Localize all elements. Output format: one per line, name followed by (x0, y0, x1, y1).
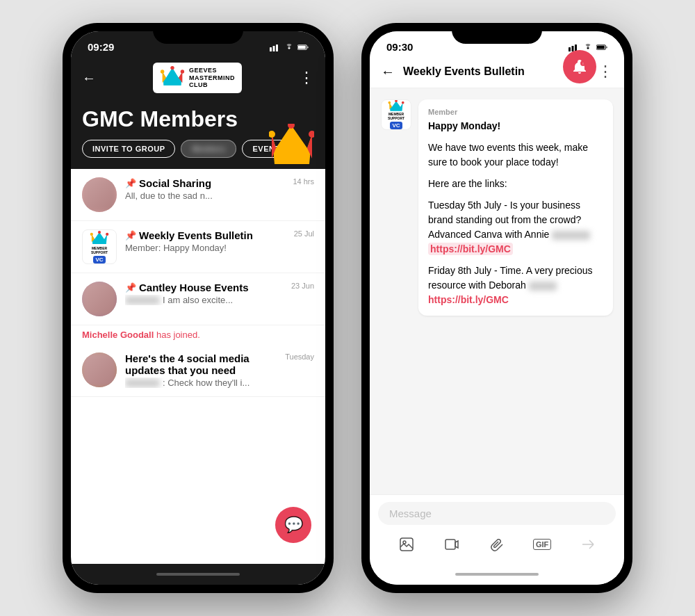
chat-preview-social-sharing: All, due to the sad n... (125, 191, 284, 201)
joined-text: has joined. (156, 330, 200, 340)
avatar-weekly-events: MEMBERSUPPORT VC (82, 229, 117, 264)
image-icon (399, 537, 414, 552)
event1-link: https://bit.ly/GMC (428, 243, 513, 255)
svg-rect-25 (572, 46, 574, 51)
image-button[interactable] (394, 532, 419, 557)
avatar-cantley (82, 282, 117, 316)
back-button-right[interactable]: ← (381, 64, 395, 80)
home-indicator-right (370, 564, 624, 585)
svg-point-23 (106, 233, 108, 236)
send-button[interactable] (575, 532, 600, 557)
svg-point-16 (288, 124, 295, 129)
svg-point-17 (269, 131, 275, 138)
send-icon (580, 537, 595, 552)
chat-preview-cantley: I am also excite... (125, 295, 283, 305)
left-phone: 09:29 ← (63, 23, 334, 593)
notification-fab[interactable]: ! (563, 50, 596, 83)
wifi-icon (284, 43, 295, 51)
avatar-blur (82, 177, 117, 212)
group-corner-image (269, 124, 314, 169)
battery-icon (297, 43, 309, 51)
home-bar-left (156, 573, 240, 576)
notch-right (452, 23, 542, 44)
bell-icon: ! (571, 58, 588, 75)
status-icons-right (569, 43, 607, 51)
home-bar-right (455, 573, 539, 576)
video-button[interactable] (439, 532, 464, 557)
msg-greeting: Happy Monday! (428, 119, 603, 133)
svg-marker-32 (389, 101, 402, 111)
middle-btn-label: Members (193, 145, 225, 153)
svg-rect-39 (445, 540, 455, 549)
logo-box: GEEVES MASTERMIND CLUB (153, 63, 242, 93)
pin-icon-1: 📌 (125, 178, 136, 188)
svg-rect-1 (273, 46, 275, 51)
chat-name-social-sharing: 📌 Social Sharing (125, 177, 284, 189)
avatar-social-sharing (82, 177, 117, 212)
svg-point-36 (402, 102, 404, 104)
fab-chat-button[interactable]: 💬 (275, 507, 311, 543)
input-area: Message (370, 494, 624, 564)
gif-button[interactable]: GIF (530, 532, 555, 557)
chat-item-cantley[interactable]: 📌 Cantley House Events I am also excite.… (71, 273, 325, 325)
home-indicator-left (71, 564, 325, 585)
toolbar-icons: GIF (378, 532, 616, 557)
svg-point-22 (90, 233, 93, 236)
svg-rect-0 (270, 47, 272, 51)
msg-logo-text: MEMBERSUPPORT (388, 112, 404, 120)
right-screen: 09:30 ← Weekly Events Bulletin ⋮ ! (370, 31, 624, 585)
more-button-left[interactable]: ⋮ (299, 69, 314, 87)
blur-name-1 (552, 231, 590, 240)
signal-icon (270, 43, 281, 51)
chat-time-social-sharing: 14 hrs (293, 177, 314, 186)
right-header-title: Weekly Events Bulletin (403, 65, 589, 78)
event2-link[interactable]: https://bit.ly/GMC (428, 294, 509, 305)
attach-button[interactable] (484, 532, 509, 557)
svg-point-21 (98, 231, 101, 234)
mini-logo-crown-icon (90, 230, 109, 246)
svg-point-18 (309, 131, 314, 138)
avatar-blur-cantley (82, 282, 117, 316)
svg-rect-2 (276, 44, 278, 51)
chat-content-weekly-events: 📌 Weekly Events Bulletin Member: Happy M… (125, 229, 286, 253)
message-content: Member Happy Monday! We have two events … (418, 99, 613, 316)
more-button-right[interactable]: ⋮ (598, 63, 613, 81)
status-time-right: 09:30 (386, 41, 413, 53)
preview-blur-bottom (125, 379, 160, 387)
chat-name-bottom: Here's the 4 social media updates that y… (125, 352, 277, 376)
chat-item-weekly-events[interactable]: MEMBERSUPPORT VC 📌 Weekly Events Bulleti… (71, 221, 325, 273)
chat-list: 📌 Social Sharing All, due to the sad n..… (71, 169, 325, 564)
wifi-icon-right (582, 43, 594, 51)
svg-rect-5 (307, 46, 309, 48)
logo-text: GEEVES MASTERMIND CLUB (189, 67, 235, 89)
msg-event2: Friday 8th July - Time. A very precious … (428, 264, 603, 307)
svg-rect-37 (400, 538, 413, 551)
message-input-row[interactable]: Message (378, 502, 616, 525)
invite-to-group-button[interactable]: INVITE TO GROUP (82, 140, 175, 158)
svg-point-10 (170, 66, 174, 70)
svg-marker-9 (163, 68, 181, 86)
joined-name: Michelle Goodall (82, 330, 154, 340)
video-icon (444, 537, 459, 552)
vc-badge: VC (93, 256, 105, 264)
avatar-blur-bottom (82, 352, 117, 387)
chat-item-social-sharing[interactable]: 📌 Social Sharing All, due to the sad n..… (71, 169, 325, 221)
msg-vc-badge: VC (390, 122, 402, 129)
svg-rect-29 (606, 46, 607, 48)
middle-action-button[interactable]: Members (181, 140, 236, 158)
chat-time-cantley: 23 Jun (291, 282, 314, 290)
svg-text:!: ! (582, 62, 583, 66)
chat-time-weekly-events: 25 Jul (294, 229, 314, 238)
msg-para2: Here are the links: (428, 177, 603, 191)
gif-label: GIF (533, 539, 551, 550)
chat-item-bottom[interactable]: Here's the 4 social media updates that y… (71, 344, 325, 397)
msg-logo-crown (386, 100, 406, 112)
group-title-area: GMC Members INVITE TO GROUP Members EVEN… (71, 102, 325, 169)
svg-rect-24 (569, 47, 571, 51)
chat-preview-weekly-events: Member: Happy Monday! (125, 243, 286, 253)
back-button-left[interactable]: ← (82, 70, 96, 86)
status-icons-left (270, 43, 309, 51)
message-bubble-wrapper: MEMBERSUPPORT VC Member Happy Monday! We… (370, 88, 624, 321)
chat-name-weekly-events: 📌 Weekly Events Bulletin (125, 229, 286, 241)
chat-time-bottom: Tuesday (285, 352, 314, 361)
